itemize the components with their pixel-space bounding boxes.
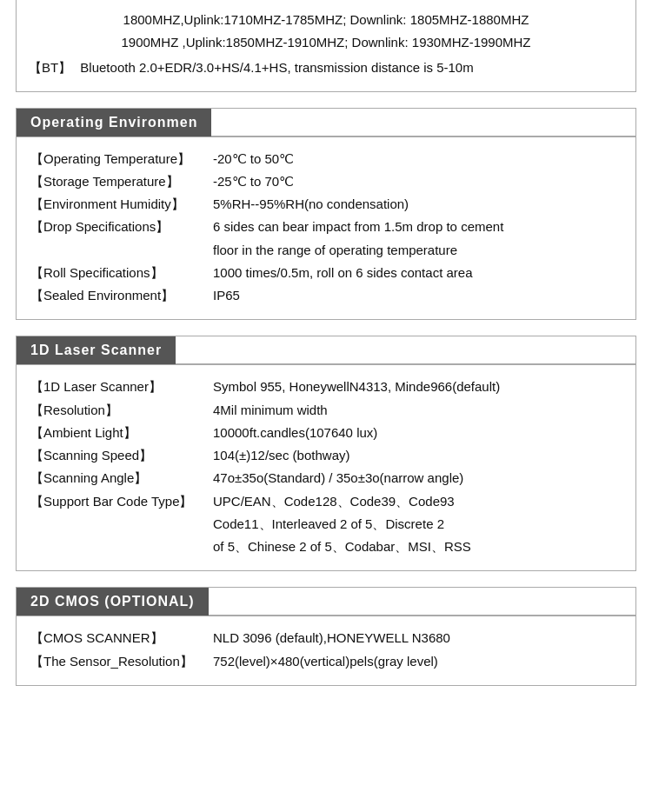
operating-env-section: Operating Environmen 【Operating Temperat… bbox=[16, 108, 636, 321]
bt-label: 【BT】 bbox=[29, 60, 71, 75]
cmos-header: 2D CMOS (OPTIONAL) bbox=[17, 588, 209, 616]
stor-temp-label: 【Storage Temperature】 bbox=[30, 170, 213, 193]
spec-row-humidity: 【Environment Humidity】 5%RH--95%RH(no co… bbox=[30, 193, 622, 216]
bt-value: Bluetooth 2.0+EDR/3.0+HS/4.1+HS, transmi… bbox=[80, 60, 473, 75]
cmos-title-fill bbox=[209, 588, 635, 616]
spec-row-ambient: 【Ambient Light】 10000ft.candles(107640 l… bbox=[30, 422, 622, 444]
sensor-res-label: 【The Sensor_Resolution】 bbox=[30, 650, 213, 673]
drop-value: 6 sides can bear impact from 1.5m drop t… bbox=[213, 216, 622, 238]
stor-temp-value: -25℃ to 70℃ bbox=[213, 170, 622, 193]
spec-row-roll: 【Roll Specifications】 1000 times/0.5m, r… bbox=[30, 262, 622, 284]
spec-row-barcode: 【Support Bar Code Type】 UPC/EAN、Code128、… bbox=[30, 490, 622, 513]
operating-env-header: Operating Environmen bbox=[17, 109, 211, 136]
resolution-value: 4Mil minimum width bbox=[213, 399, 622, 422]
sealed-label: 【Sealed Environment】 bbox=[30, 284, 213, 307]
ambient-label: 【Ambient Light】 bbox=[30, 422, 213, 444]
cmos-scanner-value: NLD 3096 (default),HONEYWELL N3680 bbox=[213, 627, 622, 649]
sensor-res-value: 752(level)×480(vertical)pels(gray level) bbox=[213, 650, 622, 673]
laser-scanner-content: 【1D Laser Scanner】 Symbol 955, Honeywell… bbox=[17, 364, 635, 570]
cmos-outer: 2D CMOS (OPTIONAL) 【CMOS SCANNER】 NLD 30… bbox=[16, 587, 636, 686]
spec-row-resolution: 【Resolution】 4Mil minimum width bbox=[30, 399, 622, 422]
spec-row-scan-speed: 【Scanning Speed】 104(±)12/sec (bothway) bbox=[30, 444, 622, 467]
1d-scanner-value: Symbol 955, HoneywellN4313, Minde966(def… bbox=[213, 376, 622, 398]
cmos-content: 【CMOS SCANNER】 NLD 3096 (default),HONEYW… bbox=[17, 616, 635, 685]
operating-env-title-fill bbox=[211, 109, 635, 136]
drop-value-cont: floor in the range of operating temperat… bbox=[30, 239, 622, 262]
sealed-value: IP65 bbox=[213, 284, 622, 307]
laser-scanner-outer: 1D Laser Scanner 【1D Laser Scanner】 Symb… bbox=[16, 336, 636, 571]
scan-angle-label: 【Scanning Angle】 bbox=[30, 467, 213, 489]
1d-scanner-label: 【1D Laser Scanner】 bbox=[30, 376, 213, 398]
spec-row-sensor-res: 【The Sensor_Resolution】 752(level)×480(v… bbox=[30, 650, 622, 673]
freq-line-1: 1800MHZ,Uplink:1710MHZ-1785MHZ; Downlink… bbox=[29, 9, 623, 31]
operating-env-title-bar: Operating Environmen bbox=[17, 109, 635, 136]
scan-speed-label: 【Scanning Speed】 bbox=[30, 444, 213, 467]
humidity-value: 5%RH--95%RH(no condensation) bbox=[213, 193, 622, 216]
page-wrapper: 1800MHZ,Uplink:1710MHZ-1785MHZ; Downlink… bbox=[0, 0, 652, 686]
ambient-value: 10000ft.candles(107640 lux) bbox=[213, 422, 622, 444]
laser-scanner-header: 1D Laser Scanner bbox=[17, 336, 176, 364]
op-temp-value: -20℃ to 50℃ bbox=[213, 148, 622, 170]
humidity-label: 【Environment Humidity】 bbox=[30, 193, 213, 216]
spec-row-scan-angle: 【Scanning Angle】 47o±35o(Standard) / 35o… bbox=[30, 467, 622, 489]
cmos-title-bar: 2D CMOS (OPTIONAL) bbox=[17, 588, 635, 616]
spec-row-op-temp: 【Operating Temperature】 -20℃ to 50℃ bbox=[30, 148, 622, 170]
freq-block: 1800MHZ,Uplink:1710MHZ-1785MHZ; Downlink… bbox=[16, 0, 636, 92]
bt-line: 【BT】 Bluetooth 2.0+EDR/3.0+HS/4.1+HS, tr… bbox=[29, 57, 623, 79]
spec-row-cmos-scanner: 【CMOS SCANNER】 NLD 3096 (default),HONEYW… bbox=[30, 627, 622, 649]
spec-row-1d-scanner: 【1D Laser Scanner】 Symbol 955, Honeywell… bbox=[30, 376, 622, 398]
op-temp-label: 【Operating Temperature】 bbox=[30, 148, 213, 170]
resolution-label: 【Resolution】 bbox=[30, 399, 213, 422]
laser-scanner-title-fill bbox=[176, 336, 635, 364]
barcode-value-cont2: of 5、Chinese 2 of 5、Codabar、MSI、RSS bbox=[30, 536, 622, 558]
roll-value: 1000 times/0.5m, roll on 6 sides contact… bbox=[213, 262, 622, 284]
scan-speed-value: 104(±)12/sec (bothway) bbox=[213, 444, 622, 467]
spec-row-sealed: 【Sealed Environment】 IP65 bbox=[30, 284, 622, 307]
spec-row-drop: 【Drop Specifications】 6 sides can bear i… bbox=[30, 216, 622, 238]
barcode-label: 【Support Bar Code Type】 bbox=[30, 490, 213, 513]
cmos-section: 2D CMOS (OPTIONAL) 【CMOS SCANNER】 NLD 30… bbox=[16, 587, 636, 686]
operating-env-content: 【Operating Temperature】 -20℃ to 50℃ 【Sto… bbox=[17, 136, 635, 320]
spec-row-stor-temp: 【Storage Temperature】 -25℃ to 70℃ bbox=[30, 170, 622, 193]
cmos-scanner-label: 【CMOS SCANNER】 bbox=[30, 627, 213, 649]
laser-scanner-section: 1D Laser Scanner 【1D Laser Scanner】 Symb… bbox=[16, 336, 636, 571]
scan-angle-value: 47o±35o(Standard) / 35o±3o(narrow angle) bbox=[213, 467, 622, 489]
roll-label: 【Roll Specifications】 bbox=[30, 262, 213, 284]
operating-env-outer: Operating Environmen 【Operating Temperat… bbox=[16, 108, 636, 321]
drop-label: 【Drop Specifications】 bbox=[30, 216, 213, 238]
barcode-value-cont1: Code11、Interleaved 2 of 5、Discrete 2 bbox=[30, 513, 622, 536]
laser-scanner-title-bar: 1D Laser Scanner bbox=[17, 336, 635, 364]
freq-line-2: 1900MHZ ,Uplink:1850MHZ-1910MHZ; Downlin… bbox=[29, 31, 623, 54]
barcode-value: UPC/EAN、Code128、Code39、Code93 bbox=[213, 490, 622, 513]
